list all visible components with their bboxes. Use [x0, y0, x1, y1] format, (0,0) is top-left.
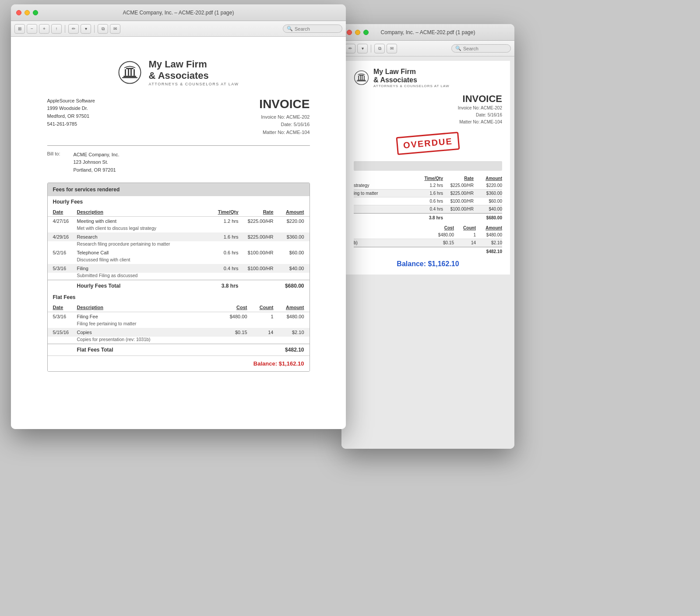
hourly-col-rate: Rate — [239, 209, 274, 215]
svg-rect-5 — [130, 68, 132, 76]
hr2-row3: 0.6 hrs $100.00/HR $60.00 — [354, 197, 502, 205]
from-phone: 541-261-9785 — [47, 120, 95, 128]
maximize-button-1[interactable] — [33, 10, 38, 15]
hourly-col-amount: Amount — [274, 209, 304, 215]
hourly-r2-subdesc: Research filing procedure pertaining to … — [77, 241, 304, 246]
svg-rect-6 — [134, 69, 135, 76]
hourly-r2-rate: $225.00/HR — [239, 234, 274, 239]
hourly-row-3-desc: Discussed filing with client — [48, 257, 310, 264]
hr2-row4: 0.4 hrs $100.00/HR $40.00 — [354, 205, 502, 213]
svg-rect-13 — [362, 75, 362, 80]
hr2-row2: ing to matter 1.6 hrs $225.00/HR $360.00 — [354, 190, 502, 197]
firm-tagline-2: Attorneys & Counselors at Law — [373, 84, 449, 88]
gray-bar-2 — [354, 161, 502, 171]
svg-rect-14 — [364, 76, 365, 80]
pen-btn[interactable]: ✏ — [68, 24, 79, 34]
from-address2: Medford, OR 97501 — [47, 113, 95, 120]
firm-name: My Law Firm& Associates Attorneys & Coun… — [148, 59, 239, 86]
hourly-row-4-desc: Submitted Filing as discussed — [48, 273, 310, 280]
logo-2 — [354, 70, 369, 85]
email-btn[interactable]: ✉ — [110, 24, 120, 34]
firm-name-text: My Law Firm& Associates — [148, 59, 239, 82]
toolbar-separator — [65, 25, 65, 33]
search-input-1[interactable] — [295, 26, 338, 32]
search-input-2[interactable] — [463, 46, 507, 51]
from-address1: 1999 Woodside Dr. — [47, 105, 95, 113]
copy-btn[interactable]: ⧉ — [98, 24, 108, 34]
bill-to-label: Bill to: — [47, 151, 69, 174]
hourly-row-1: 4/27/16 Meeting with client 1.2 hrs $225… — [48, 217, 310, 225]
bill-to-company: ACME Company, Inc. — [74, 151, 120, 159]
hourly-r2-date: 4/29/16 — [53, 234, 77, 239]
flat2-total: $482.10 — [354, 247, 502, 256]
from-company: AppleSource Software — [47, 97, 95, 105]
hourly-r1-desc: Meeting with client — [77, 218, 204, 224]
svg-rect-11 — [358, 76, 359, 80]
balance-text-blue: Balance: $1,162.10 — [397, 260, 459, 268]
toolbar-separator-2 — [94, 25, 95, 33]
balance-blue: Balance: $1,162.10 — [354, 260, 502, 268]
hourly-r4-desc: Filing — [77, 266, 204, 271]
flat-columns: Date Description Cost Count Amount — [48, 303, 310, 312]
copy-btn-2[interactable]: ⧉ — [374, 44, 385, 53]
flat-summary-2: Cost Count Amount $480.00 1 $480.00 b) $… — [354, 225, 502, 256]
window-2: Company, Inc. – ACME-202.pdf (1 page) ✏ … — [341, 24, 514, 449]
hourly-col-desc: Description — [77, 209, 204, 215]
svg-rect-12 — [360, 75, 361, 80]
svg-rect-3 — [125, 69, 126, 76]
hourly-r3-amount: $60.00 — [274, 250, 304, 255]
dropdown-btn-2[interactable]: ▾ — [357, 44, 368, 53]
hourly-col-date: Date — [53, 209, 77, 215]
divider-1 — [47, 145, 310, 146]
window-title-2: Company, Inc. – ACME-202.pdf (1 page) — [381, 29, 475, 35]
hourly-total-amount: $680.00 — [274, 283, 304, 289]
flat-r1-date: 5/3/16 — [53, 314, 77, 319]
share-btn[interactable]: ↑ — [51, 24, 62, 34]
hourly-row-1-desc: Met with client to discuss legal strateg… — [48, 225, 310, 232]
invoice-details-2: Invoice No: ACME-202Date: 5/16/16Matter … — [354, 105, 502, 126]
hourly-header-2: Time/Qty Rate Amount — [354, 175, 502, 182]
minimize-button-1[interactable] — [25, 10, 30, 15]
zoom-out-btn[interactable]: − — [27, 24, 37, 34]
svg-rect-2 — [122, 77, 137, 78]
invoice-number: Invoice No: ACME-202 — [259, 113, 310, 121]
close-button-2[interactable] — [347, 30, 352, 35]
invoice-info-section: AppleSource Software 1999 Woodside Dr. M… — [47, 97, 310, 137]
hourly-r3-subdesc: Discussed filing with client — [77, 257, 304, 262]
svg-rect-10 — [356, 81, 366, 81]
maximize-button-2[interactable] — [363, 30, 369, 35]
sidebar-toggle-btn[interactable]: ⊞ — [14, 24, 25, 34]
hourly-r1-rate: $225.00/HR — [239, 218, 274, 224]
svg-point-8 — [355, 71, 369, 85]
flat-row-1-desc: Filing fee pertaining to matter — [48, 321, 310, 328]
pen-btn-2[interactable]: ✏ — [345, 44, 355, 53]
hourly-r4-amount: $40.00 — [274, 266, 304, 271]
email-btn-2[interactable]: ✉ — [387, 44, 397, 53]
toolbar-2: ✏ ▾ ⧉ ✉ 🔍 — [341, 41, 514, 56]
close-button-1[interactable] — [16, 10, 21, 15]
bill-to-section: Bill to: ACME Company, Inc. 123 Johnson … — [47, 151, 310, 174]
flat-r1-subdesc: Filing fee pertaining to matter — [77, 321, 304, 326]
hourly-r1-subdesc: Met with client to discuss legal strateg… — [77, 225, 304, 231]
dropdown-btn[interactable]: ▾ — [81, 24, 91, 34]
zoom-in-btn[interactable]: + — [39, 24, 49, 34]
flat2-row2: b) $0.15 14 $2.10 — [354, 239, 502, 247]
flat-col-amount: Amount — [274, 305, 304, 310]
flat-section-title: Flat Fees — [48, 292, 310, 303]
hourly-row-4: 5/3/16 Filing 0.4 hrs $100.00/HR $40.00 — [48, 264, 310, 273]
hourly-r2-desc: Research — [77, 234, 204, 239]
hourly-total-time: 3.8 hrs — [204, 283, 239, 289]
search-box-2[interactable]: 🔍 — [451, 44, 511, 53]
flat-col-count-2: Count — [454, 225, 476, 230]
fees-table: Fees for services rendered Hourly Fees D… — [47, 183, 310, 372]
svg-point-0 — [119, 61, 141, 83]
hourly-r3-desc: Telephone Call — [77, 250, 204, 255]
svg-rect-7 — [126, 68, 134, 69]
minimize-button-2[interactable] — [355, 30, 360, 35]
flat-header-2: Cost Count Amount — [354, 225, 502, 231]
flat-r2-date: 5/15/16 — [53, 330, 77, 335]
hourly-r2-amount: $360.00 — [274, 234, 304, 239]
flat-total-amount: $482.10 — [274, 347, 304, 353]
invoice-title-block: INVOICE Invoice No: ACME-202 Date: 5/16/… — [259, 97, 310, 137]
search-box-1[interactable]: 🔍 — [283, 25, 342, 33]
